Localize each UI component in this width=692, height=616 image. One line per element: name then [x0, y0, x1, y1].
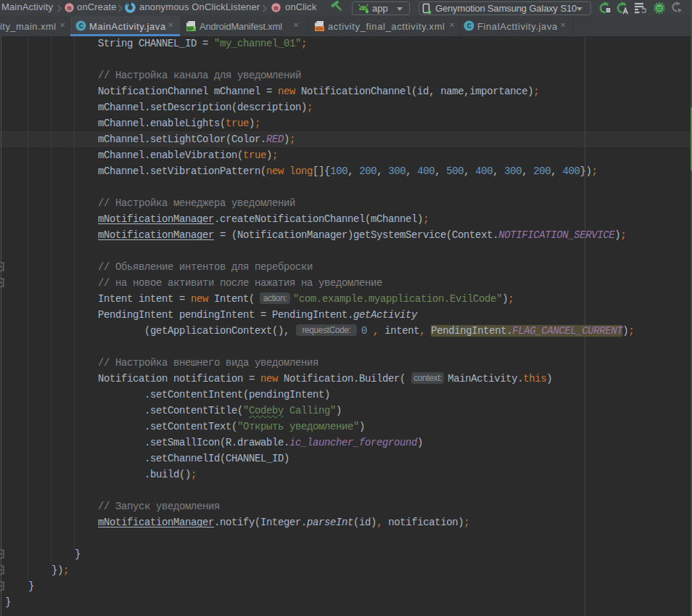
svg-text:m: m: [273, 4, 278, 12]
svg-text:</>: </>: [316, 26, 323, 31]
svg-text:MF: MF: [187, 26, 194, 31]
svg-text:C: C: [79, 22, 84, 30]
svg-text:m: m: [67, 4, 71, 12]
svg-text:C: C: [467, 22, 472, 30]
